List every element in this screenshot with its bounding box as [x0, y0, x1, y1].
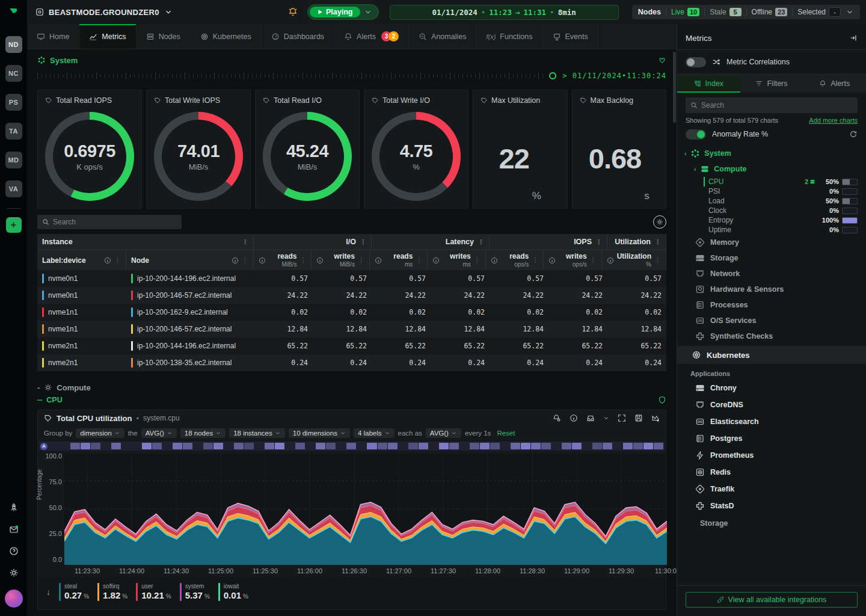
workspace-button-md[interactable]: MD — [5, 152, 22, 168]
workspace-button-nd[interactable]: ND — [5, 36, 22, 53]
cpu-chart-plot[interactable]: Percentage 100.075.050.025.00.0 — [38, 453, 665, 565]
tree-metric-clock[interactable]: Clock0% — [677, 206, 866, 215]
tree-item-processes[interactable]: Processes — [677, 297, 866, 313]
legend-item[interactable]: iowait0.01% — [218, 583, 248, 601]
download-tray-icon[interactable] — [586, 414, 595, 422]
workspace-button-ps[interactable]: PS — [5, 94, 22, 111]
gauge-card[interactable]: Total Read IOPS0.6975K ops/s — [37, 90, 142, 209]
collapse-sidebar-icon[interactable] — [849, 34, 858, 42]
table-group-header[interactable]: Instance⋮ — [37, 234, 254, 250]
tree-metric-load[interactable]: Load50% — [677, 196, 866, 206]
legend-item[interactable]: steal0.27% — [59, 583, 89, 601]
gauge-card[interactable]: Total Write IOPS74.01MiB/s — [146, 90, 251, 209]
tree-item-compute[interactable]: ›Compute — [677, 161, 866, 177]
compute-section-header[interactable]: - Compute — [37, 381, 666, 394]
table-settings-gear-icon[interactable] — [653, 215, 666, 229]
anomaly-rate-toggle[interactable] — [686, 129, 706, 140]
correlations-toggle[interactable] — [686, 57, 706, 67]
tree-item-system[interactable]: ›System — [677, 146, 866, 161]
nodes-select[interactable]: 18 nodes — [180, 428, 226, 438]
app-item-coredns[interactable]: CoreDNS — [677, 396, 866, 413]
tab-events[interactable]: Events — [543, 24, 598, 49]
chevron-down-icon[interactable] — [603, 415, 609, 421]
labels-select[interactable]: 4 labels — [354, 428, 395, 438]
user-avatar[interactable] — [5, 590, 23, 608]
instances-select[interactable]: 18 instances — [229, 428, 285, 438]
table-column-header[interactable]: Label:device⋮ — [37, 250, 126, 270]
table-column-header[interactable]: readsms⋮ — [370, 250, 428, 270]
gauge-card[interactable]: Max Utilization22% — [473, 90, 568, 209]
scrollbar[interactable] — [673, 52, 676, 123]
alarm-settings-icon[interactable] — [553, 414, 561, 422]
date-range-picker[interactable]: 01/11/2024 • 11:23 → 11:31 • 8min — [390, 5, 619, 20]
tree-metric-cpu[interactable]: CPU250% — [677, 177, 866, 186]
gauge-card[interactable]: Total Read I/O45.24MiB/s — [255, 90, 360, 209]
add-more-charts-link[interactable]: Add more charts — [809, 117, 858, 124]
settings-gear-icon[interactable] — [9, 568, 19, 578]
tree-item-network[interactable]: Network — [677, 266, 866, 282]
table-row[interactable]: nvme0n1ip-10-200-144-196.ec2.internal0.5… — [37, 270, 666, 287]
playing-control[interactable]: Playing — [307, 4, 378, 20]
search-input[interactable] — [53, 218, 177, 226]
workspace-button-nc[interactable]: NC — [5, 65, 22, 82]
gauge-card[interactable]: Max Backlog0.68s — [572, 90, 667, 209]
table-column-header[interactable]: readsops/s⋮ — [486, 250, 544, 270]
legend-item[interactable]: user10.21% — [136, 583, 171, 601]
legend-item[interactable]: system5.37% — [180, 583, 210, 601]
view-integrations-button[interactable]: View all available integrations — [686, 592, 858, 608]
heart-icon[interactable] — [658, 56, 666, 64]
table-group-header[interactable]: I/O⋮ — [254, 234, 372, 250]
time-scrubber[interactable]: > 01/11/2024•11:30:24 — [37, 68, 666, 84]
sidebar-tab-index[interactable]: Index — [677, 75, 740, 93]
reset-button[interactable]: Reset — [497, 430, 515, 437]
sort-arrow-icon[interactable]: ↓ — [46, 587, 51, 597]
sidebar-search[interactable] — [686, 97, 858, 113]
feedback-icon[interactable] — [9, 525, 19, 534]
app-item-traefik[interactable]: Traefik — [677, 481, 866, 497]
help-icon[interactable] — [9, 546, 19, 556]
nodes-status-bar[interactable]: Nodes Live 10 Stale 5 Offline 23 Selecte… — [632, 5, 860, 19]
tree-item-hardware-sensors[interactable]: Hardware & Sensors — [677, 282, 866, 297]
app-item-elasticsearch[interactable]: OSElasticsearch — [677, 413, 866, 430]
table-row[interactable]: nvme1n1ip-10-200-162-9.ec2.internal0.020… — [37, 304, 666, 321]
tree-metric-uptime[interactable]: Uptime0% — [677, 225, 866, 235]
notification-bell-icon[interactable] — [288, 7, 298, 17]
stacked-area-chart[interactable] — [64, 453, 667, 565]
table-column-header[interactable]: writesops/s⋮ — [544, 250, 601, 270]
app-item-chrony[interactable]: Chrony — [677, 380, 866, 396]
sidebar-tab-alerts[interactable]: Alerts — [803, 75, 866, 93]
tab-metrics[interactable]: Metrics — [79, 24, 136, 49]
save-icon[interactable] — [634, 414, 643, 422]
tab-nodes[interactable]: Nodes — [137, 24, 191, 49]
tab-kubernetes[interactable]: Kubernetes — [191, 24, 262, 49]
table-row[interactable]: nvme0n1ip-10-200-146-57.ec2.internal24.2… — [37, 287, 666, 304]
tree-item-o-s-services[interactable]: OSO/S Services — [677, 313, 866, 328]
cpu-subsection-header[interactable]: -- CPU — [37, 394, 666, 406]
sidebar-tab-filters[interactable]: Filters — [740, 75, 803, 93]
fullscreen-icon[interactable] — [618, 414, 626, 422]
scrubber-ticks[interactable] — [37, 73, 543, 79]
each-as-select[interactable]: AVG() — [426, 428, 461, 438]
tab-functions[interactable]: f(x)Functions — [476, 24, 542, 49]
anomaly-ribbon[interactable]: A — [39, 442, 665, 451]
tree-item-synthetic-checks[interactable]: Synthetic Checks — [677, 328, 866, 344]
gauge-card[interactable]: Total Write I/O4.75% — [364, 90, 468, 209]
info-icon[interactable] — [570, 414, 578, 422]
netdata-logo[interactable] — [0, 0, 27, 24]
tree-metric-entropy[interactable]: Entropy100% — [677, 215, 866, 225]
whats-new-rocket-icon[interactable] — [9, 503, 19, 513]
workspace-button-ta[interactable]: TA — [5, 123, 22, 140]
space-selector[interactable]: BEASTMODE.GROUNDZER0 — [35, 8, 173, 17]
app-item-prometheus[interactable]: Prometheus — [677, 447, 866, 464]
tab-dashboards[interactable]: Dashboards — [262, 24, 334, 49]
workspace-button-va[interactable]: VA — [5, 180, 22, 197]
table-group-header[interactable]: Latency⋮ — [372, 234, 490, 250]
playhead-marker[interactable] — [549, 72, 556, 79]
sidebar-search-input[interactable] — [701, 101, 853, 109]
table-row[interactable]: nvme1n1ip-10-200-146-57.ec2.internal12.8… — [37, 321, 666, 337]
group-by-select[interactable]: dimension — [76, 428, 124, 438]
tree-metric-psi[interactable]: PSI0% — [677, 186, 866, 196]
chart-type-icon[interactable] — [651, 414, 660, 422]
table-column-header[interactable]: Node⋮ — [126, 250, 254, 270]
tab-home[interactable]: Home — [27, 24, 79, 49]
